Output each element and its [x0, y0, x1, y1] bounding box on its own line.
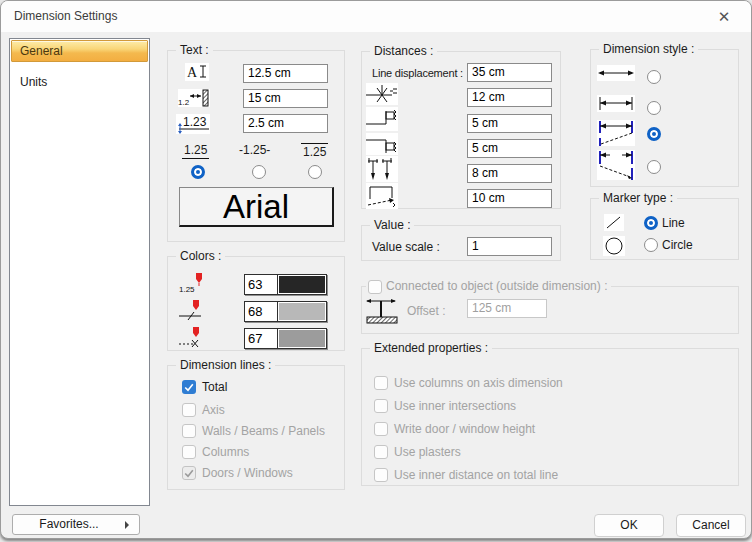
pos-on-radio[interactable]: [252, 165, 266, 179]
extension-cross-icon: [366, 83, 398, 105]
style-radio-4[interactable]: [647, 160, 661, 174]
flag-above-line-icon: [366, 107, 398, 131]
decimal-places-icon: 1.23: [176, 114, 210, 134]
line-color-number: 68: [245, 302, 278, 321]
text-group: Text : A 1.2 1.23 12.5 cm 15 cm 2.5: [167, 50, 345, 242]
use-plasters-checkbox[interactable]: [374, 445, 388, 459]
pos-on-label: -1.25-: [239, 143, 270, 157]
marker-circle-label[interactable]: Circle: [662, 238, 693, 252]
inner-intersections-label[interactable]: Use inner intersections: [394, 399, 516, 413]
dimension-style-group: Dimension style :: [590, 49, 739, 187]
inner-distance-checkbox[interactable]: [374, 468, 388, 482]
text-group-label: Text :: [176, 43, 213, 57]
columns-label[interactable]: Columns: [202, 445, 249, 459]
dimension-lines-group: Dimension lines : Total Axis Walls / Bea…: [167, 365, 345, 490]
axis-label[interactable]: Axis: [202, 403, 225, 417]
line-color-picker[interactable]: 68: [244, 301, 327, 322]
columns-checkbox[interactable]: [182, 445, 196, 459]
door-window-height-checkbox[interactable]: [374, 422, 388, 436]
doors-windows-checkbox[interactable]: [182, 466, 196, 480]
distances-group-label: Distances :: [370, 44, 437, 58]
marker-type-group-label: Marker type :: [599, 191, 677, 205]
inner-distance-label[interactable]: Use inner distance on total line: [394, 468, 558, 482]
decimal-places-input[interactable]: 2.5 cm: [243, 114, 328, 133]
cancel-button[interactable]: Cancel: [676, 514, 746, 537]
style-radio-2[interactable]: [647, 101, 661, 115]
line-displacement-input[interactable]: 35 cm: [467, 63, 552, 82]
offset-input[interactable]: 125 cm: [467, 299, 547, 318]
dimension-lines-group-label: Dimension lines :: [176, 358, 275, 372]
use-columns-checkbox[interactable]: [374, 376, 388, 390]
distance-input-5[interactable]: 10 cm: [467, 189, 552, 208]
connected-checkbox[interactable]: [368, 280, 382, 294]
arrow-style-icon: [597, 65, 635, 81]
style-radio-3[interactable]: [647, 127, 661, 141]
extension-color-number: 67: [245, 329, 278, 348]
font-button[interactable]: Arial: [179, 187, 334, 227]
text-color-swatch: [279, 276, 325, 293]
style-radio-1[interactable]: [647, 70, 661, 84]
close-icon[interactable]: ✕: [709, 6, 739, 28]
text-color-picker[interactable]: 63: [244, 274, 327, 295]
walls-label[interactable]: Walls / Beams / Panels: [202, 424, 325, 438]
distance-input-4[interactable]: 8 cm: [467, 164, 552, 183]
value-scale-label: Value scale :: [372, 240, 440, 254]
distances-group: Distances : Line displacement : 35 cm 12…: [361, 51, 561, 209]
sidebar-item-general[interactable]: General: [11, 40, 148, 62]
distance-input-1[interactable]: 12 cm: [467, 88, 552, 107]
total-checkbox[interactable]: [182, 380, 196, 394]
doors-windows-label[interactable]: Doors / Windows: [202, 466, 293, 480]
text-color-icon: 1.25: [179, 272, 205, 294]
tick-style-icon: [597, 95, 635, 112]
value-scale-input[interactable]: 1: [467, 237, 552, 256]
favorites-button[interactable]: Favorites...: [12, 514, 140, 535]
offset-object-icon: [365, 296, 399, 326]
extended-group-label: Extended properties :: [370, 341, 492, 355]
total-label[interactable]: Total: [202, 380, 227, 394]
value-group: Value : Value scale : 1: [361, 225, 561, 261]
distance-input-2[interactable]: 5 cm: [467, 114, 552, 133]
marker-line-label[interactable]: Line: [662, 216, 685, 230]
sidebar-item-units[interactable]: Units: [20, 75, 47, 89]
value-group-label: Value :: [370, 218, 414, 232]
ok-button[interactable]: OK: [594, 514, 664, 537]
dimension-settings-dialog: Dimension Settings ✕ General Units Text …: [0, 0, 752, 539]
extension-color-picker[interactable]: 67: [244, 328, 327, 349]
favorites-arrow-icon: [125, 521, 129, 529]
line-color-swatch: [279, 303, 325, 320]
line-displacement-label: Line displacement :: [372, 67, 463, 79]
pos-below-label: 1.25: [182, 143, 209, 159]
dimension-style-group-label: Dimension style :: [599, 42, 698, 56]
connected-group: Connected to object (outside dimension) …: [361, 286, 739, 334]
text-height-icon: A: [185, 63, 209, 81]
marker-type-group: Marker type : Line Circle: [590, 198, 739, 260]
circle-marker-icon: [603, 236, 625, 256]
walls-checkbox[interactable]: [182, 424, 196, 438]
axis-checkbox[interactable]: [182, 403, 196, 417]
door-window-height-label[interactable]: Write door / window height: [394, 422, 535, 436]
extension-color-swatch: [279, 330, 325, 347]
text-distance-input[interactable]: 15 cm: [243, 89, 328, 108]
line-color-icon: [179, 299, 205, 321]
use-plasters-label[interactable]: Use plasters: [394, 445, 461, 459]
extended-group: Extended properties : Use columns on axi…: [361, 348, 739, 486]
use-columns-label[interactable]: Use columns on axis dimension: [394, 376, 563, 390]
inner-intersections-checkbox[interactable]: [374, 399, 388, 413]
category-list: General Units: [9, 38, 150, 506]
text-height-input[interactable]: 12.5 cm: [243, 64, 328, 83]
offset-style-icon: [597, 150, 635, 180]
colors-group: Colors : 1.25 63: [167, 256, 345, 351]
pos-above-label: 1.25: [301, 143, 328, 159]
pos-below-radio[interactable]: [191, 165, 205, 179]
distance-input-3[interactable]: 5 cm: [467, 139, 552, 158]
colors-group-label: Colors :: [176, 249, 225, 263]
marker-circle-radio[interactable]: [644, 238, 658, 252]
offset-label: Offset :: [407, 304, 445, 318]
pos-above-radio[interactable]: [308, 165, 322, 179]
extension-color-icon: [179, 326, 205, 348]
marker-line-radio[interactable]: [644, 216, 658, 230]
window-title: Dimension Settings: [14, 9, 117, 23]
double-post-icon: [366, 156, 398, 182]
favorites-label: Favorites...: [39, 517, 98, 531]
outside-frame-icon: [366, 183, 398, 209]
